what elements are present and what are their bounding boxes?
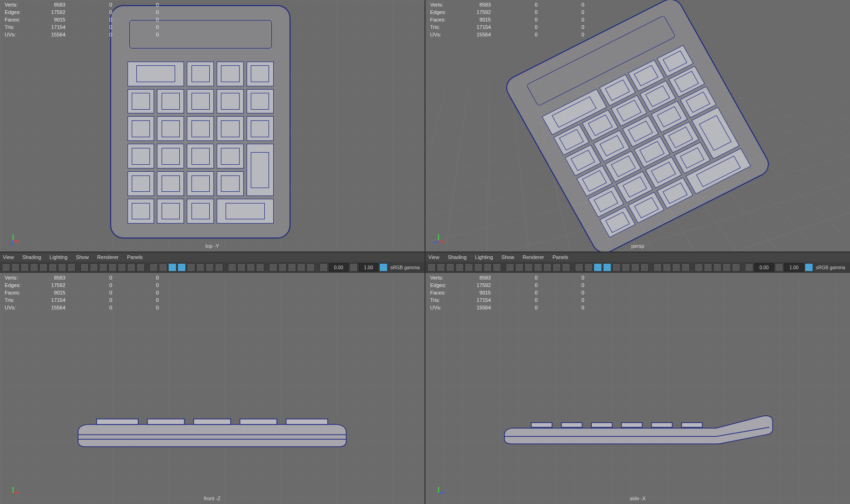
menu-lighting[interactable]: Lighting	[475, 254, 493, 260]
view-transform-label[interactable]: sRGB gamma	[389, 265, 422, 270]
xray-components-icon[interactable]	[256, 263, 264, 272]
menu-show[interactable]: Show	[76, 254, 89, 260]
viewport-top[interactable]: Verts:858300 Edges:1759200 Faces:901500 …	[0, 0, 425, 252]
ao-icon[interactable]	[622, 263, 630, 272]
film-gate-icon[interactable]	[515, 263, 524, 272]
tool-snap-icon[interactable]	[58, 263, 66, 272]
tool-pivot-icon[interactable]	[67, 263, 76, 272]
tool-lock-camera-icon[interactable]	[437, 263, 445, 272]
smooth-shade-icon[interactable]	[159, 263, 167, 272]
viewport-side[interactable]: View Shading Lighting Show Renderer Pane…	[425, 252, 850, 504]
menu-panels[interactable]: Panels	[552, 254, 568, 260]
textured-icon[interactable]	[594, 263, 602, 272]
poly-count-icon[interactable]	[694, 263, 703, 272]
textured-icon[interactable]	[168, 263, 177, 272]
tool-bookmark-icon[interactable]	[21, 263, 29, 272]
view-cube-icon[interactable]	[704, 263, 712, 272]
isolate-icon[interactable]	[653, 263, 662, 272]
menu-lighting[interactable]: Lighting	[50, 254, 68, 260]
gate-mask-icon[interactable]	[534, 263, 542, 272]
menu-renderer[interactable]: Renderer	[523, 254, 544, 260]
xray-joints-icon[interactable]	[672, 263, 680, 272]
color-mgmt-icon[interactable]	[379, 263, 388, 272]
tool-image-plane-icon[interactable]	[455, 263, 464, 272]
shadows-icon[interactable]	[187, 263, 195, 272]
resolution-gate-icon[interactable]	[99, 263, 107, 272]
view-axis-gizmo[interactable]	[432, 486, 445, 499]
menu-view[interactable]: View	[428, 254, 439, 260]
smooth-shade-icon[interactable]	[584, 263, 593, 272]
particles-icon[interactable]	[732, 263, 740, 272]
particles-icon[interactable]	[306, 263, 315, 272]
isolate-icon[interactable]	[228, 263, 236, 272]
wireframe-icon[interactable]	[575, 263, 583, 272]
safe-action-icon[interactable]	[552, 263, 561, 272]
motion-blur-icon[interactable]	[205, 263, 214, 272]
tool-2d-pan-icon[interactable]	[465, 263, 473, 272]
menu-shading[interactable]: Shading	[22, 254, 41, 260]
gamma-icon[interactable]	[775, 263, 783, 272]
xray-joints-icon[interactable]	[247, 263, 255, 272]
tool-image-plane-icon[interactable]	[30, 263, 38, 272]
safe-title-icon[interactable]	[562, 263, 570, 272]
viewport-front[interactable]: View Shading Lighting Show Renderer Pane…	[0, 252, 425, 504]
heads-up-stats: Verts:858300 Edges:1759200 Faces:901500 …	[430, 274, 598, 311]
tool-2d-pan-icon[interactable]	[39, 263, 48, 272]
safe-title-icon[interactable]	[136, 263, 145, 272]
use-lights-icon[interactable]	[603, 263, 611, 272]
grid-toggle-icon[interactable]	[80, 263, 89, 272]
view-axis-gizmo[interactable]	[432, 234, 445, 247]
exposure-field[interactable]: 0.00	[329, 263, 348, 272]
aa-icon[interactable]	[215, 263, 223, 272]
xray-components-icon[interactable]	[681, 263, 690, 272]
view-transform-label[interactable]: sRGB gamma	[814, 265, 847, 270]
gate-mask-icon[interactable]	[108, 263, 117, 272]
tool-grease-pencil-icon[interactable]	[474, 263, 482, 272]
menu-view[interactable]: View	[3, 254, 14, 260]
xgen-icon[interactable]	[713, 263, 722, 272]
deformers-icon[interactable]	[722, 263, 731, 272]
tool-select-camera-icon[interactable]	[427, 263, 436, 272]
svg-rect-19	[652, 423, 673, 427]
tool-pivot-icon[interactable]	[493, 263, 501, 272]
tool-bookmark-icon[interactable]	[446, 263, 454, 272]
film-gate-icon[interactable]	[90, 263, 98, 272]
tool-select-camera-icon[interactable]	[2, 263, 10, 272]
exposure-icon[interactable]	[745, 263, 753, 272]
svg-rect-6	[97, 419, 138, 425]
menu-shading[interactable]: Shading	[448, 254, 467, 260]
field-chart-icon[interactable]	[118, 263, 126, 272]
poly-count-icon[interactable]	[269, 263, 277, 272]
shadows-icon[interactable]	[612, 263, 621, 272]
grid-toggle-icon[interactable]	[506, 263, 514, 272]
gamma-field[interactable]: 1.00	[359, 263, 378, 272]
safe-action-icon[interactable]	[127, 263, 135, 272]
xray-icon[interactable]	[237, 263, 246, 272]
viewport-persp[interactable]: Verts:858300 Edges:1759200 Faces:901500 …	[425, 0, 850, 252]
exposure-field[interactable]: 0.00	[754, 263, 774, 272]
deformers-icon[interactable]	[297, 263, 305, 272]
exposure-icon[interactable]	[319, 263, 328, 272]
ao-icon[interactable]	[196, 263, 205, 272]
menu-renderer[interactable]: Renderer	[97, 254, 119, 260]
view-axis-gizmo[interactable]	[7, 486, 20, 499]
gamma-field[interactable]: 1.00	[784, 263, 804, 272]
color-mgmt-icon[interactable]	[805, 263, 813, 272]
motion-blur-icon[interactable]	[631, 263, 639, 272]
tool-lock-camera-icon[interactable]	[11, 263, 20, 272]
view-axis-gizmo[interactable]	[7, 234, 20, 247]
resolution-gate-icon[interactable]	[524, 263, 533, 272]
xgen-icon[interactable]	[288, 263, 296, 272]
field-chart-icon[interactable]	[543, 263, 552, 272]
menu-panels[interactable]: Panels	[127, 254, 143, 260]
view-cube-icon[interactable]	[278, 263, 287, 272]
aa-icon[interactable]	[640, 263, 649, 272]
camera-label: persp	[631, 243, 645, 249]
wireframe-icon[interactable]	[149, 263, 158, 272]
menu-show[interactable]: Show	[502, 254, 515, 260]
gamma-icon[interactable]	[349, 263, 358, 272]
xray-icon[interactable]	[663, 263, 671, 272]
use-lights-icon[interactable]	[177, 263, 186, 272]
tool-snap-icon[interactable]	[483, 263, 492, 272]
tool-grease-pencil-icon[interactable]	[49, 263, 57, 272]
